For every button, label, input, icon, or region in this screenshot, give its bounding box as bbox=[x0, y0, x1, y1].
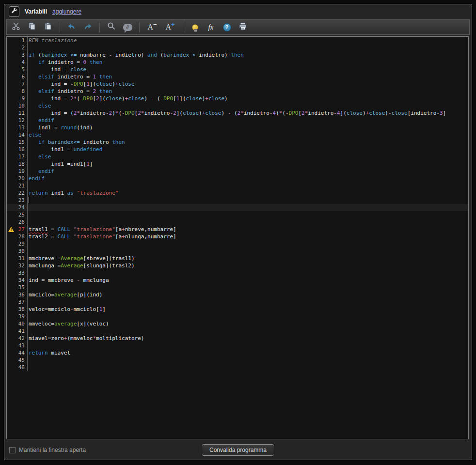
code-line-16[interactable]: 16 ind1 = undefined bbox=[7, 146, 468, 153]
code-line-6[interactable]: 6 elsif indietro = 1 then bbox=[7, 73, 468, 80]
code-line-40[interactable]: 40mmveloc=average[x](veloc) bbox=[7, 320, 468, 327]
line-number: 8 bbox=[7, 88, 28, 95]
code-line-44[interactable]: 44return miavel bbox=[7, 349, 468, 356]
footer-bar: Mantieni la finestra aperta Convalida pr… bbox=[4, 440, 472, 460]
redo-button[interactable] bbox=[82, 21, 94, 33]
code-line-28[interactable]: 28trasl2 = CALL "traslazione"[a+nlunga,n… bbox=[7, 233, 468, 240]
tools-button[interactable] bbox=[9, 6, 19, 17]
code-line-18[interactable]: 18 ind1 =ind1[1] bbox=[7, 160, 468, 168]
keep-window-open-checkbox[interactable] bbox=[9, 447, 16, 453]
code-line-45[interactable]: 45 bbox=[7, 356, 468, 364]
code-line-33[interactable]: 33 bbox=[7, 269, 468, 277]
code-line-9[interactable]: 9 ind = 2*(-DPO[2](close)+close) - (-DPO… bbox=[7, 95, 468, 102]
code-line-34[interactable]: 34ind = mmcbreve - mmclunga bbox=[7, 277, 468, 284]
font-smaller-button[interactable]: A − bbox=[145, 21, 159, 33]
keep-window-open-label: Mantieni la finestra aperta bbox=[19, 447, 86, 453]
variables-editor-window: Variabili aggiungere bbox=[4, 4, 472, 460]
add-variable-link[interactable]: aggiungere bbox=[52, 8, 81, 15]
paste-button[interactable] bbox=[42, 21, 54, 33]
line-number: 11 bbox=[7, 109, 28, 117]
code-line-11[interactable]: 11 ind = (2*indietro-2)*(-DPO[2*indietro… bbox=[7, 109, 468, 117]
code-line-17[interactable]: 17 else bbox=[7, 153, 468, 160]
line-number: 39 bbox=[7, 313, 28, 320]
code-line-7[interactable]: 7 ind = -DPO[1](close)+close bbox=[7, 80, 468, 88]
code-line-20[interactable]: 20endif bbox=[7, 175, 468, 182]
code-line-12[interactable]: 12 endif bbox=[7, 117, 468, 124]
paste-icon bbox=[43, 21, 53, 33]
validate-program-button[interactable]: Convalida programma bbox=[202, 444, 274, 456]
line-number: 30 bbox=[7, 248, 28, 255]
search-button[interactable] bbox=[106, 21, 117, 33]
code-line-38[interactable]: 38veloc=mmciclo-mmciclo[1] bbox=[7, 306, 468, 313]
wrench-icon bbox=[11, 7, 17, 16]
code-line-15[interactable]: 15 if barindex<= indietro then bbox=[7, 139, 468, 146]
copy-button[interactable] bbox=[26, 21, 38, 33]
code-line-46[interactable]: 46 bbox=[7, 364, 468, 371]
code-line-13[interactable]: 13 ind1 = round(ind) bbox=[7, 124, 468, 131]
comment-button[interactable]: // bbox=[122, 21, 133, 33]
toolbar-separator bbox=[60, 22, 60, 32]
code-line-25[interactable]: 25 bbox=[7, 211, 468, 218]
line-number: 29 bbox=[7, 240, 28, 248]
code-line-36[interactable]: 36mmciclo=average[p](ind) bbox=[7, 291, 468, 298]
scissors-icon bbox=[11, 21, 21, 33]
code-line-29[interactable]: 29 bbox=[7, 240, 468, 248]
line-number: 26 bbox=[7, 218, 28, 226]
code-line-1[interactable]: 1REM traslazione bbox=[7, 37, 468, 44]
line-number: 36 bbox=[7, 291, 28, 298]
line-number: 42 bbox=[7, 335, 28, 342]
print-button[interactable] bbox=[237, 21, 249, 33]
code-line-35[interactable]: 35 bbox=[7, 284, 468, 291]
code-line-10[interactable]: 10 else bbox=[7, 102, 468, 109]
toolbar-separator bbox=[139, 22, 140, 32]
insert-function-button[interactable]: fx bbox=[205, 21, 217, 33]
keep-window-open-option[interactable]: Mantieni la finestra aperta bbox=[9, 447, 86, 453]
code-line-8[interactable]: 8 elsif indietro = 2 then bbox=[7, 88, 468, 95]
code-line-2[interactable]: 2 bbox=[7, 44, 468, 51]
line-number: 37 bbox=[7, 298, 28, 306]
line-number: 43 bbox=[7, 342, 28, 349]
code-line-42[interactable]: 42miavel=zero+(mmveloc*moltiplicatore) bbox=[7, 335, 468, 342]
line-number: 35 bbox=[7, 284, 28, 291]
comment-bubble-icon: // bbox=[123, 24, 132, 31]
code-line-22[interactable]: 22return ind1 as "traslazione" bbox=[7, 189, 468, 197]
title-bar: Variabili aggiungere bbox=[4, 4, 472, 19]
line-number: 7 bbox=[7, 80, 28, 88]
line-number: 12 bbox=[7, 117, 28, 124]
line-number: 18 bbox=[7, 160, 28, 168]
line-number: 20 bbox=[7, 175, 28, 182]
fx-icon: fx bbox=[208, 23, 214, 31]
code-line-32[interactable]: 32mmclunga =Average[slunga](trasl2) bbox=[7, 262, 468, 269]
window-title: Variabili bbox=[25, 8, 47, 15]
cut-button[interactable] bbox=[10, 21, 22, 33]
undo-button[interactable] bbox=[66, 21, 78, 33]
code-line-27[interactable]: !27trasl1 = CALL "traslazione"[a+nbreve,… bbox=[7, 226, 468, 233]
code-line-14[interactable]: 14else bbox=[7, 131, 468, 139]
help-button[interactable]: ? bbox=[221, 21, 233, 33]
code-editor[interactable]: 1REM traslazione23if (barindex <= numbar… bbox=[6, 36, 469, 439]
line-number: 16 bbox=[7, 146, 28, 153]
code-line-19[interactable]: 19 endif bbox=[7, 168, 468, 175]
code-line-43[interactable]: 43 bbox=[7, 342, 468, 349]
line-number: 45 bbox=[7, 356, 28, 364]
code-line-5[interactable]: 5 ind = close bbox=[7, 66, 468, 73]
code-line-24[interactable]: 24 bbox=[7, 204, 468, 211]
code-line-39[interactable]: 39 bbox=[7, 313, 468, 320]
code-line-3[interactable]: 3if (barindex <= numbarre - indietro) an… bbox=[7, 51, 468, 59]
suggestion-button[interactable] bbox=[189, 21, 201, 33]
code-line-26[interactable]: 26 bbox=[7, 218, 468, 226]
code-line-41[interactable]: 41 bbox=[7, 327, 468, 335]
code-line-37[interactable]: 37 bbox=[7, 298, 468, 306]
line-number: 3 bbox=[7, 51, 28, 59]
code-line-30[interactable]: 30 bbox=[7, 248, 468, 255]
font-larger-button[interactable]: A + bbox=[163, 21, 177, 33]
code-line-23[interactable]: 23 bbox=[7, 197, 468, 204]
text-cursor bbox=[29, 197, 29, 203]
code-line-4[interactable]: 4 if indietro = 0 then bbox=[7, 59, 468, 66]
redo-arrow-icon bbox=[83, 21, 93, 33]
line-number: 38 bbox=[7, 306, 28, 313]
line-number: 10 bbox=[7, 102, 28, 109]
code-line-21[interactable]: 21 bbox=[7, 182, 468, 189]
code-line-31[interactable]: 31mmcbreve =Average[sbreve](trasl1) bbox=[7, 255, 468, 262]
copy-icon bbox=[27, 21, 37, 33]
